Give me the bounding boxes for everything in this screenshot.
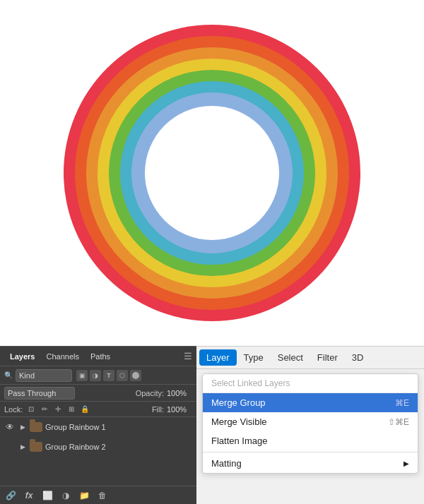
fill-label: Fill:	[152, 405, 164, 414]
bottom-panel: Layers Channels Paths ☰ 🔍 Kind ▣ ◑ T ⬡ P…	[0, 346, 424, 504]
lock-paint-btn[interactable]: ✏	[39, 404, 50, 415]
matting-arrow: ▶	[404, 460, 409, 467]
fx-btn[interactable]: fx	[23, 489, 35, 502]
lock-icons: ⊡ ✏ ✛ ⊞ 🔒	[25, 404, 90, 415]
filter-select[interactable]: Kind	[16, 369, 72, 382]
lock-all-btn[interactable]: 🔒	[79, 404, 90, 415]
dropdown-matting[interactable]: Matting ▶	[203, 454, 418, 473]
eye-icon-0[interactable]: 👁	[4, 421, 16, 433]
lock-transparent-btn[interactable]: ⊡	[25, 404, 37, 415]
layer-name-0: Group Rainbow 1	[45, 423, 192, 431]
dropdown-merge-group[interactable]: Merge Group ⌘E	[203, 393, 418, 412]
filter-shape-icon[interactable]: ⬡	[117, 370, 128, 381]
filter-icons: ▣ ◑ T ⬡	[76, 370, 141, 381]
dropdown-divider	[203, 452, 418, 452]
delete-btn[interactable]: 🗑	[96, 489, 109, 502]
layer-item-0[interactable]: 👁 ▶ Group Rainbow 1	[0, 417, 196, 437]
filter-pixel-icon[interactable]: ▣	[76, 370, 88, 381]
dropdown-flatten-image[interactable]: Flatten Image	[203, 431, 418, 450]
filter-smartobj-icon[interactable]	[130, 370, 141, 381]
menu-layer[interactable]: Layer	[199, 349, 237, 366]
panel-menu-icon[interactable]: ☰	[184, 351, 192, 361]
folder-icon-1	[30, 442, 42, 452]
menu-type[interactable]: Type	[237, 349, 271, 366]
filter-text-icon[interactable]: T	[103, 370, 114, 381]
menu-3d[interactable]: 3D	[345, 349, 371, 366]
layers-tabs: Layers Channels Paths ☰	[0, 347, 196, 366]
blend-opacity-row: Pass Through Opacity: 100%	[0, 385, 196, 402]
blend-mode-select[interactable]: Pass Through	[4, 387, 75, 400]
tab-layers[interactable]: Layers	[4, 349, 40, 364]
lock-move-btn[interactable]: ✛	[52, 404, 64, 415]
menu-bar: Layer Type Select Filter 3D	[196, 347, 424, 369]
canvas-area	[0, 0, 424, 346]
folder-btn[interactable]: 📁	[78, 489, 90, 502]
layer-item-1[interactable]: 👁 ▶ Group Rainbow 2	[0, 437, 196, 457]
filter-row: 🔍 Kind ▣ ◑ T ⬡	[0, 366, 196, 385]
merge-visible-shortcut: ⇧⌘E	[388, 417, 409, 427]
lock-label: Lock:	[4, 405, 23, 414]
opacity-label: Opacity:	[136, 389, 164, 397]
menu-select[interactable]: Select	[271, 349, 310, 366]
folder-icon-0	[30, 422, 42, 432]
tab-paths[interactable]: Paths	[85, 349, 116, 364]
expand-icon-1[interactable]: ▶	[18, 443, 27, 451]
right-panel: Layer Type Select Filter 3D Select Linke…	[196, 346, 424, 504]
adjustment-btn[interactable]: ◑	[59, 489, 72, 502]
fill-value: 100%	[167, 405, 192, 414]
rainbow-ring	[64, 25, 360, 321]
layer-name-1: Group Rainbow 2	[45, 443, 192, 451]
link-layers-btn[interactable]: 🔗	[4, 489, 17, 502]
layers-bottom-bar: 🔗 fx ⬜ ◑ 📁 🗑	[0, 486, 196, 504]
lock-fill-row: Lock: ⊡ ✏ ✛ ⊞ 🔒 Fill: 100%	[0, 402, 196, 417]
dropdown-menu: Select Linked Layers Merge Group ⌘E Merg…	[202, 373, 418, 474]
flatten-image-label: Flatten Image	[211, 436, 268, 446]
search-icon: 🔍	[4, 371, 13, 379]
filter-adjust-icon[interactable]: ◑	[90, 370, 101, 381]
layers-panel: Layers Channels Paths ☰ 🔍 Kind ▣ ◑ T ⬡ P…	[0, 346, 196, 504]
merge-visible-label: Merge Visible	[211, 416, 267, 427]
dropdown-merge-visible[interactable]: Merge Visible ⇧⌘E	[203, 412, 418, 431]
matting-label: Matting	[211, 458, 242, 469]
expand-icon-0[interactable]: ▶	[18, 423, 27, 431]
merge-group-label: Merge Group	[211, 397, 266, 408]
dropdown-disabled-item: Select Linked Layers	[203, 374, 418, 393]
ring-white-center	[145, 106, 279, 240]
menu-filter[interactable]: Filter	[310, 349, 345, 366]
mask-btn[interactable]: ⬜	[41, 489, 54, 502]
merge-group-shortcut: ⌘E	[395, 398, 409, 408]
opacity-value: 100%	[167, 389, 192, 397]
tab-channels[interactable]: Channels	[40, 349, 84, 364]
lock-artboard-btn[interactable]: ⊞	[66, 404, 77, 415]
